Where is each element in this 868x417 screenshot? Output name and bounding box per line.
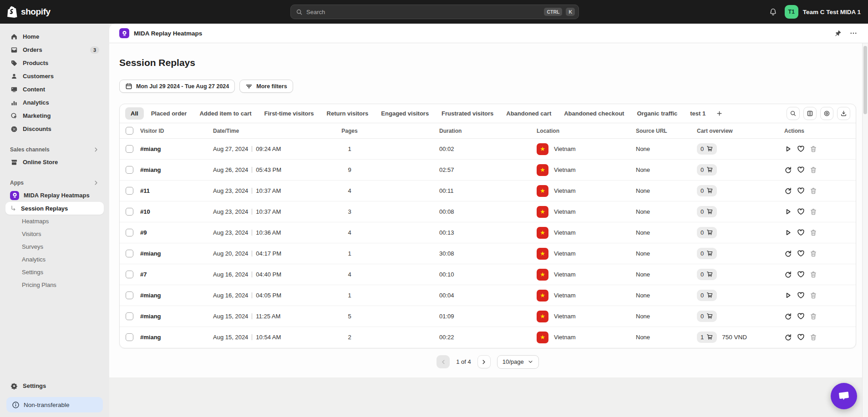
search-input[interactable] [306,9,540,15]
visitor-id[interactable]: #10 [140,208,150,215]
row-checkbox[interactable] [126,187,133,195]
more-options-icon[interactable] [850,30,857,37]
delete-button[interactable] [810,146,817,153]
tab-all[interactable]: All [125,107,144,120]
replay-button[interactable] [784,187,792,195]
delete-button[interactable] [810,166,817,174]
row-checkbox[interactable] [126,229,133,236]
delete-button[interactable] [810,208,817,216]
delete-button[interactable] [810,271,817,278]
next-page-button[interactable] [477,355,491,368]
tab-return-visitors[interactable]: Return visitors [321,107,374,120]
sidebar-item-settings[interactable]: Settings [5,379,104,392]
delete-button[interactable] [810,292,817,299]
delete-button[interactable] [810,250,817,257]
cart-count-pill[interactable]: 0 [697,290,717,301]
tab-added-item-to-cart[interactable]: Added item to cart [194,107,257,120]
cart-count-pill[interactable]: 1 [697,332,717,343]
sidebar-item-customers[interactable]: Customers [5,70,104,83]
favorite-button[interactable] [797,271,805,278]
user-menu[interactable]: T1 Team C Test MIDA 1 [785,5,861,19]
favorite-button[interactable] [797,229,805,236]
tab-abandoned-checkout[interactable]: Abandoned checkout [558,107,629,120]
pin-icon[interactable] [834,30,842,37]
sidebar-item-content[interactable]: Content [5,83,104,96]
table-search-button[interactable] [787,107,800,120]
export-button[interactable] [837,107,850,120]
sidebar-subitem-settings[interactable]: Settings [5,266,104,278]
search-bar[interactable]: CTRL K [290,5,579,19]
visitor-id[interactable]: #miang [140,166,161,173]
row-checkbox[interactable] [126,166,133,174]
tab-placed-order[interactable]: Placed order [146,107,193,120]
tab-organic-traffic[interactable]: Organic traffic [631,107,683,120]
favorite-button[interactable] [797,291,805,299]
visitor-id[interactable]: #9 [140,229,147,236]
tab-engaged-visitors[interactable]: Engaged visitors [376,107,434,120]
row-checkbox[interactable] [126,145,133,153]
tab-abandoned-cart[interactable]: Abandoned cart [501,107,557,120]
cart-count-pill[interactable]: 0 [697,206,717,217]
sidebar-subitem-visitors[interactable]: Visitors [5,227,104,240]
tab-test-1[interactable]: test 1 [685,107,711,120]
shopify-logo[interactable]: shopify [7,6,51,18]
sidebar-item-online-store[interactable]: Online Store [5,156,104,169]
previous-page-button[interactable] [437,355,450,368]
page-size-select[interactable]: 10/page [497,355,539,369]
section-header-apps[interactable]: Apps [5,177,104,189]
replay-button[interactable] [784,250,792,257]
replay-button[interactable] [784,333,792,341]
sidebar-item-orders[interactable]: Orders3 [5,43,104,56]
sidebar-item-mida-replay-heatmaps[interactable]: MIDA Replay Heatmaps [5,189,104,202]
cart-count-pill[interactable]: 0 [697,311,717,322]
sidebar-subitem-surveys[interactable]: Surveys [5,240,104,253]
notifications-bell-icon[interactable] [769,8,777,16]
visitor-id[interactable]: #11 [140,187,150,194]
replay-button[interactable] [784,271,792,278]
favorite-button[interactable] [797,145,805,153]
favorite-button[interactable] [797,250,805,257]
row-checkbox[interactable] [126,312,133,320]
cart-count-pill[interactable]: 0 [697,185,717,196]
play-button[interactable] [784,208,792,216]
play-button[interactable] [784,145,792,153]
row-checkbox[interactable] [126,250,133,257]
delete-button[interactable] [810,229,817,236]
sidebar-item-home[interactable]: Home [5,30,104,43]
visitor-id[interactable]: #7 [140,271,147,278]
cart-count-pill[interactable]: 0 [697,269,717,280]
tab-first-time-visitors[interactable]: First-time visitors [259,107,320,120]
replay-button[interactable] [784,166,792,174]
sidebar-item-discounts[interactable]: Discounts [5,122,104,136]
visitor-id[interactable]: #miang [140,250,161,257]
visitor-id[interactable]: #miang [140,146,161,152]
sidebar-item-products[interactable]: Products [5,56,104,70]
more-filters-button[interactable]: More filters [239,80,293,93]
scrollbar[interactable] [862,43,868,417]
favorite-button[interactable] [797,333,805,341]
delete-button[interactable] [810,187,817,195]
visitor-id[interactable]: #miang [140,334,161,341]
sidebar-subitem-analytics[interactable]: Analytics [5,253,104,266]
view-settings-button[interactable] [820,107,833,120]
cart-count-pill[interactable]: 0 [697,227,717,238]
date-range-filter-button[interactable]: Mon Jul 29 2024 - Tue Aug 27 2024 [119,80,235,93]
replay-button[interactable] [784,312,792,320]
sidebar-item-analytics[interactable]: Analytics [5,96,104,109]
section-header-sales-channels[interactable]: Sales channels [5,144,104,156]
delete-button[interactable] [810,334,817,341]
select-all-checkbox[interactable] [126,127,133,135]
sidebar-subitem-pricing-plans[interactable]: Pricing Plans [5,278,104,291]
visitor-id[interactable]: #miang [140,313,161,320]
favorite-button[interactable] [797,208,805,216]
row-checkbox[interactable] [126,208,133,216]
play-button[interactable] [784,229,792,236]
tab-frustrated-visitors[interactable]: Frustrated visitors [436,107,499,120]
play-button[interactable] [784,291,792,299]
visitor-id[interactable]: #miang [140,292,161,299]
sidebar-subitem-heatmaps[interactable]: Heatmaps [5,215,104,227]
cart-count-pill[interactable]: 0 [697,248,717,259]
cart-count-pill[interactable]: 0 [697,143,717,155]
scrollbar-thumb[interactable] [863,46,867,114]
columns-button[interactable] [803,107,817,120]
